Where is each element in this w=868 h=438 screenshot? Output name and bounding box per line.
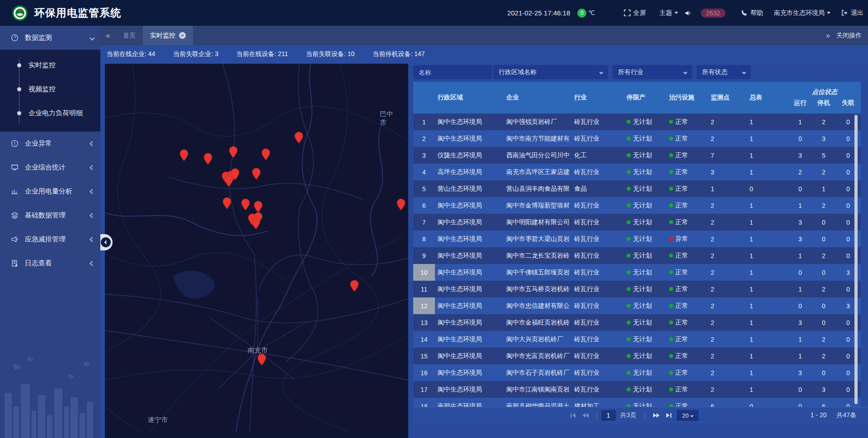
- tab-scroll-left-icon[interactable]: «: [100, 31, 116, 40]
- table-row[interactable]: 3仪陇生态环境局西南油气田分公司川中化工无计划正常71350: [413, 147, 861, 164]
- cell-industry: 砖瓦行业: [571, 364, 624, 381]
- theme-label: 主题: [660, 9, 672, 17]
- table-row[interactable]: 7阆中生态环境局阆中明阳建材有限公司砖瓦行业无计划正常21300: [413, 214, 861, 231]
- datetime: 2021-02-25 17:46:18: [507, 9, 570, 17]
- sound-button[interactable]: [684, 9, 694, 17]
- industry-select[interactable]: 所有行业: [613, 65, 692, 79]
- row-index: 6: [413, 197, 435, 214]
- tab-close-icon[interactable]: ✕: [179, 32, 186, 39]
- table-row[interactable]: 17阆中生态环境局阆中市江南镇阆南页岩砖瓦行业无计划正常21030: [413, 381, 861, 398]
- table-row[interactable]: 18南部生态环境局南部县砌华商品混凝土建材加工无计划正常60060: [413, 398, 861, 407]
- sidebar-subitem[interactable]: 视频监控: [0, 77, 100, 101]
- limit-label: 无计划: [633, 168, 652, 176]
- record-range: 1 - 20: [811, 411, 827, 419]
- cell-stop: 0: [812, 364, 835, 381]
- table-row[interactable]: 14阆中生态环境局阆中大兴页岩机砖厂砖瓦行业无计划正常21120: [413, 331, 861, 348]
- table-row[interactable]: 16阆中生态环境局阆中市石子页岩机砖厂砖瓦行业无计划正常21300: [413, 364, 861, 381]
- map-pin-icon[interactable]: [257, 353, 266, 366]
- table-row[interactable]: 6阆中生态环境局阆中市金博瑞新型墙材砖瓦行业无计划正常21120: [413, 197, 861, 214]
- sidebar-item-5[interactable]: 应急减排管理: [0, 227, 100, 251]
- table-row[interactable]: 5营山生态环境局营山县润丰肉食品有限食品无计划正常10010: [413, 180, 861, 197]
- close-operations-dropdown[interactable]: 关闭操作: [836, 32, 862, 40]
- tab-home[interactable]: 首页: [116, 26, 143, 45]
- map-pin-icon[interactable]: [251, 217, 260, 230]
- sidebar-item-4[interactable]: 基础数据管理: [0, 203, 100, 227]
- status-dot-green: [627, 304, 631, 308]
- map-pin-icon[interactable]: [203, 153, 212, 165]
- notification-badge[interactable]: 2632: [701, 9, 726, 18]
- table-row[interactable]: 12阆中生态环境局阆中市忠信建材有限公砖瓦行业无计划正常21003: [413, 297, 861, 314]
- prev-page-button[interactable]: [582, 413, 589, 418]
- status-dot-green: [627, 371, 631, 375]
- table-scrollbar[interactable]: [854, 115, 858, 404]
- last-page-button[interactable]: [666, 413, 672, 418]
- sidebar-subitem[interactable]: 企业电力负荷明细: [0, 101, 100, 125]
- sidebar-item-1[interactable]: 企业异常: [0, 132, 100, 155]
- table-row[interactable]: 11阆中生态环境局阆中市五马桥页岩机砖砖瓦行业无计划正常21120: [413, 281, 861, 297]
- caret-down-icon: [675, 12, 678, 14]
- chevron-down-icon: [90, 35, 94, 40]
- table-row[interactable]: 9阆中生态环境局阆中市二龙长宝页岩砖砖瓦行业无计划正常21120: [413, 247, 861, 264]
- status-dot-green: [627, 153, 631, 157]
- map-pin-icon[interactable]: [241, 198, 250, 211]
- map-pin-icon[interactable]: [222, 197, 231, 209]
- logout-button[interactable]: 退出: [841, 9, 863, 17]
- cell-company: 西南油气田分公司川中: [504, 147, 571, 164]
- map-pin-icon[interactable]: [229, 146, 238, 158]
- sidebar-item-6[interactable]: 日志查看: [0, 251, 100, 275]
- map-pin-icon[interactable]: [261, 148, 270, 160]
- tab-scroll-right-icon[interactable]: »: [826, 32, 830, 40]
- map-pin-icon[interactable]: [254, 201, 263, 213]
- sidebar-item-label: 企业异常: [25, 139, 52, 148]
- table-row[interactable]: 2阆中生态环境局阆中市南方节能建材有砖瓦行业无计划正常21030: [413, 130, 861, 147]
- table-row[interactable]: 10阆中生态环境局阆中千佛镇五郎垭页岩砖瓦行业无计划正常21003: [413, 264, 861, 281]
- page-size-value: 20: [682, 412, 689, 419]
- cell-stop: 2: [812, 281, 835, 297]
- alert-circle-icon: [11, 140, 19, 147]
- cell-run: 1: [788, 281, 812, 297]
- sidebar-item-3[interactable]: 企业用电量分析: [0, 179, 100, 203]
- sidebar-item-0[interactable]: 数据监测: [0, 26, 100, 50]
- page-size-select[interactable]: 20: [677, 410, 698, 421]
- map-pin-icon[interactable]: [224, 175, 233, 187]
- table-row[interactable]: 15阆中生态环境局阆中市光富页岩机砖厂砖瓦行业无计划正常21120: [413, 348, 861, 364]
- first-page-button[interactable]: [570, 413, 576, 418]
- facility-label: 正常: [675, 302, 688, 310]
- cell-stop: 0: [812, 214, 835, 231]
- facility-label: 正常: [675, 168, 688, 176]
- tab-realtime-monitor[interactable]: 实时监控 ✕: [143, 26, 193, 45]
- limit-label: 无计划: [633, 319, 652, 327]
- table-row[interactable]: 4高坪生态环境局南充市高坪区王家店建砖瓦行业无计划正常31220: [413, 164, 861, 180]
- status-dot-green: [669, 337, 673, 341]
- map-panel[interactable]: 巴中市南充市遂宁市: [105, 64, 408, 432]
- cell-industry: 砖瓦行业: [571, 197, 624, 214]
- help-button[interactable]: 帮助: [741, 9, 763, 17]
- map-pin-icon[interactable]: [396, 198, 406, 211]
- name-search-input[interactable]: [413, 65, 492, 79]
- cell-meters: 0: [747, 180, 788, 197]
- sidebar-subitem[interactable]: 实时监控: [0, 53, 100, 77]
- map-pin-icon[interactable]: [350, 280, 359, 292]
- cell-region: 阆中生态环境局: [435, 364, 504, 381]
- page-number-input[interactable]: [601, 410, 616, 421]
- fullscreen-button[interactable]: 全屏: [624, 9, 646, 17]
- sidebar-item-2[interactable]: 企业综合统计: [0, 155, 100, 179]
- region-select[interactable]: 行政区域名称: [493, 65, 608, 79]
- facility-label: 正常: [675, 118, 688, 126]
- table-row[interactable]: 8阆中生态环境局阆中市枣碧大梁山页岩砖瓦行业无计划异常21300: [413, 231, 861, 247]
- cell-industry: 砖瓦行业: [571, 264, 624, 281]
- next-page-button[interactable]: [653, 413, 660, 418]
- status-select[interactable]: 所有状态: [697, 65, 751, 79]
- cell-stop: 0: [812, 264, 835, 281]
- map-roads: [105, 64, 408, 432]
- map-pin-icon[interactable]: [179, 149, 189, 161]
- user-menu[interactable]: 南充市生态环境局: [774, 9, 830, 17]
- theme-dropdown[interactable]: 主题: [660, 9, 678, 17]
- speaker-icon: [684, 9, 692, 17]
- cell-region: 高坪生态环境局: [435, 164, 504, 180]
- bar-chart-icon: [11, 188, 19, 195]
- map-pin-icon[interactable]: [294, 132, 303, 144]
- table-row[interactable]: 13阆中生态环境局阆中市金福旺页岩机砖砖瓦行业无计划正常21300: [413, 314, 861, 331]
- map-pin-icon[interactable]: [252, 168, 261, 180]
- table-row[interactable]: 1阆中生态环境局阆中强锐页岩砖厂砖瓦行业无计划正常21120: [413, 113, 861, 130]
